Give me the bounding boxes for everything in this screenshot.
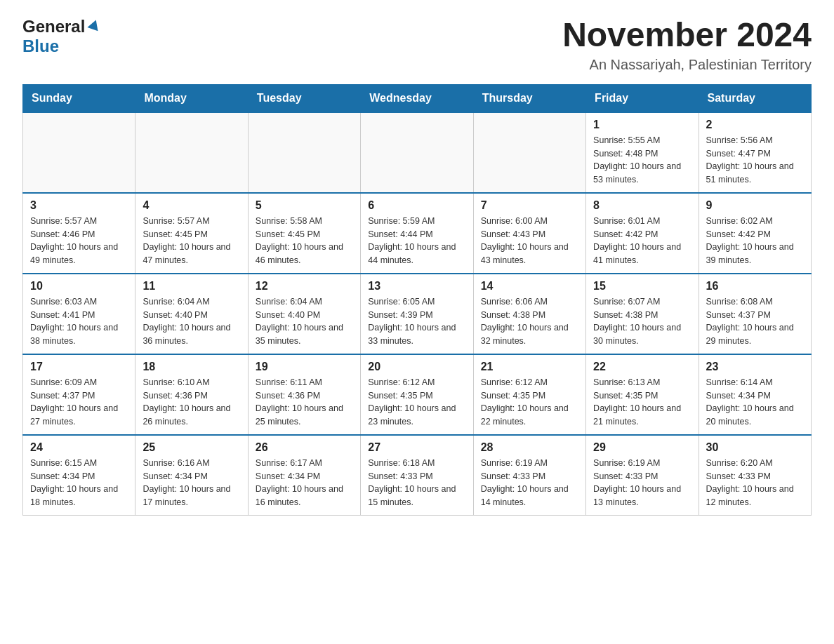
day-number: 5 (256, 199, 353, 212)
calendar-cell: 12Sunrise: 6:04 AM Sunset: 4:40 PM Dayli… (248, 274, 360, 354)
calendar-cell: 26Sunrise: 6:17 AM Sunset: 4:34 PM Dayli… (248, 435, 360, 516)
column-header-monday: Monday (135, 84, 248, 112)
calendar-header-row: SundayMondayTuesdayWednesdayThursdayFrid… (23, 84, 812, 112)
day-info: Sunrise: 6:13 AM Sunset: 4:35 PM Dayligh… (593, 376, 691, 429)
day-number: 20 (368, 361, 465, 373)
day-info: Sunrise: 6:10 AM Sunset: 4:36 PM Dayligh… (143, 376, 240, 429)
calendar-cell: 14Sunrise: 6:06 AM Sunset: 4:38 PM Dayli… (473, 274, 585, 354)
day-number: 21 (481, 361, 578, 373)
day-number: 9 (706, 199, 804, 212)
day-info: Sunrise: 6:06 AM Sunset: 4:38 PM Dayligh… (481, 295, 578, 348)
calendar-cell: 20Sunrise: 6:12 AM Sunset: 4:35 PM Dayli… (361, 354, 473, 435)
calendar-cell: 19Sunrise: 6:11 AM Sunset: 4:36 PM Dayli… (248, 354, 360, 435)
logo-general-text: General (22, 17, 85, 36)
day-number: 25 (143, 441, 240, 454)
day-number: 17 (30, 361, 128, 373)
day-number: 27 (368, 441, 465, 454)
day-number: 28 (481, 441, 578, 454)
day-number: 30 (706, 441, 804, 454)
day-info: Sunrise: 5:56 AM Sunset: 4:47 PM Dayligh… (706, 134, 804, 187)
day-info: Sunrise: 6:18 AM Sunset: 4:33 PM Dayligh… (368, 457, 465, 509)
day-number: 26 (256, 441, 353, 454)
day-info: Sunrise: 6:05 AM Sunset: 4:39 PM Dayligh… (368, 295, 465, 348)
calendar-cell (135, 112, 248, 193)
calendar-cell: 15Sunrise: 6:07 AM Sunset: 4:38 PM Dayli… (586, 274, 699, 354)
day-number: 18 (143, 361, 240, 373)
calendar-cell: 13Sunrise: 6:05 AM Sunset: 4:39 PM Dayli… (361, 274, 473, 354)
day-info: Sunrise: 6:16 AM Sunset: 4:34 PM Dayligh… (143, 457, 240, 509)
day-info: Sunrise: 5:57 AM Sunset: 4:45 PM Dayligh… (143, 215, 240, 267)
day-number: 8 (593, 199, 691, 212)
calendar-cell (23, 112, 135, 193)
svg-marker-0 (88, 18, 102, 31)
day-number: 13 (368, 280, 465, 293)
day-number: 15 (593, 280, 691, 293)
calendar-cell: 6Sunrise: 5:59 AM Sunset: 4:44 PM Daylig… (361, 193, 473, 274)
column-header-wednesday: Wednesday (361, 84, 473, 112)
day-info: Sunrise: 6:04 AM Sunset: 4:40 PM Dayligh… (256, 295, 353, 348)
day-info: Sunrise: 6:04 AM Sunset: 4:40 PM Dayligh… (143, 295, 240, 348)
week-row-5: 24Sunrise: 6:15 AM Sunset: 4:34 PM Dayli… (23, 435, 812, 516)
day-info: Sunrise: 6:15 AM Sunset: 4:34 PM Dayligh… (30, 457, 128, 509)
day-number: 16 (706, 280, 804, 293)
day-number: 1 (593, 119, 691, 131)
calendar-cell: 2Sunrise: 5:56 AM Sunset: 4:47 PM Daylig… (699, 112, 811, 193)
day-info: Sunrise: 5:59 AM Sunset: 4:44 PM Dayligh… (368, 215, 465, 267)
calendar-cell (361, 112, 473, 193)
page-header: General Blue November 2024 An Nassariyah… (22, 17, 812, 73)
calendar-cell: 22Sunrise: 6:13 AM Sunset: 4:35 PM Dayli… (586, 354, 699, 435)
day-number: 7 (481, 199, 578, 212)
calendar-cell: 10Sunrise: 6:03 AM Sunset: 4:41 PM Dayli… (23, 274, 135, 354)
day-number: 14 (481, 280, 578, 293)
calendar-cell: 1Sunrise: 5:55 AM Sunset: 4:48 PM Daylig… (586, 112, 699, 193)
month-title: November 2024 (562, 17, 812, 54)
day-number: 11 (143, 280, 240, 293)
calendar-cell: 18Sunrise: 6:10 AM Sunset: 4:36 PM Dayli… (135, 354, 248, 435)
calendar-cell: 16Sunrise: 6:08 AM Sunset: 4:37 PM Dayli… (699, 274, 811, 354)
day-info: Sunrise: 6:17 AM Sunset: 4:34 PM Dayligh… (256, 457, 353, 509)
day-number: 2 (706, 119, 804, 131)
day-info: Sunrise: 6:01 AM Sunset: 4:42 PM Dayligh… (593, 215, 691, 267)
day-info: Sunrise: 6:07 AM Sunset: 4:38 PM Dayligh… (593, 295, 691, 348)
day-number: 4 (143, 199, 240, 212)
column-header-saturday: Saturday (699, 84, 811, 112)
day-info: Sunrise: 6:03 AM Sunset: 4:41 PM Dayligh… (30, 295, 128, 348)
day-info: Sunrise: 6:09 AM Sunset: 4:37 PM Dayligh… (30, 376, 128, 429)
day-number: 29 (593, 441, 691, 454)
day-info: Sunrise: 6:02 AM Sunset: 4:42 PM Dayligh… (706, 215, 804, 267)
calendar-cell: 4Sunrise: 5:57 AM Sunset: 4:45 PM Daylig… (135, 193, 248, 274)
day-info: Sunrise: 6:19 AM Sunset: 4:33 PM Dayligh… (593, 457, 691, 509)
calendar-cell: 23Sunrise: 6:14 AM Sunset: 4:34 PM Dayli… (699, 354, 811, 435)
day-number: 12 (256, 280, 353, 293)
calendar-cell: 24Sunrise: 6:15 AM Sunset: 4:34 PM Dayli… (23, 435, 135, 516)
day-number: 3 (30, 199, 128, 212)
logo: General Blue (22, 17, 101, 56)
day-info: Sunrise: 6:00 AM Sunset: 4:43 PM Dayligh… (481, 215, 578, 267)
day-info: Sunrise: 5:58 AM Sunset: 4:45 PM Dayligh… (256, 215, 353, 267)
logo-triangle-icon (87, 18, 101, 35)
day-info: Sunrise: 6:12 AM Sunset: 4:35 PM Dayligh… (481, 376, 578, 429)
calendar-cell: 25Sunrise: 6:16 AM Sunset: 4:34 PM Dayli… (135, 435, 248, 516)
calendar-cell: 9Sunrise: 6:02 AM Sunset: 4:42 PM Daylig… (699, 193, 811, 274)
calendar-cell (473, 112, 585, 193)
day-info: Sunrise: 6:14 AM Sunset: 4:34 PM Dayligh… (706, 376, 804, 429)
day-number: 23 (706, 361, 804, 373)
calendar-cell: 29Sunrise: 6:19 AM Sunset: 4:33 PM Dayli… (586, 435, 699, 516)
column-header-friday: Friday (586, 84, 699, 112)
column-header-sunday: Sunday (23, 84, 135, 112)
calendar-cell: 17Sunrise: 6:09 AM Sunset: 4:37 PM Dayli… (23, 354, 135, 435)
calendar-cell: 8Sunrise: 6:01 AM Sunset: 4:42 PM Daylig… (586, 193, 699, 274)
day-number: 22 (593, 361, 691, 373)
calendar-cell: 11Sunrise: 6:04 AM Sunset: 4:40 PM Dayli… (135, 274, 248, 354)
day-info: Sunrise: 6:12 AM Sunset: 4:35 PM Dayligh… (368, 376, 465, 429)
day-info: Sunrise: 6:20 AM Sunset: 4:33 PM Dayligh… (706, 457, 804, 509)
day-number: 10 (30, 280, 128, 293)
calendar-cell (248, 112, 360, 193)
day-info: Sunrise: 6:11 AM Sunset: 4:36 PM Dayligh… (256, 376, 353, 429)
day-info: Sunrise: 5:57 AM Sunset: 4:46 PM Dayligh… (30, 215, 128, 267)
calendar-cell: 3Sunrise: 5:57 AM Sunset: 4:46 PM Daylig… (23, 193, 135, 274)
day-number: 6 (368, 199, 465, 212)
day-info: Sunrise: 6:08 AM Sunset: 4:37 PM Dayligh… (706, 295, 804, 348)
day-info: Sunrise: 5:55 AM Sunset: 4:48 PM Dayligh… (593, 134, 691, 187)
logo-blue-text: Blue (22, 36, 59, 55)
